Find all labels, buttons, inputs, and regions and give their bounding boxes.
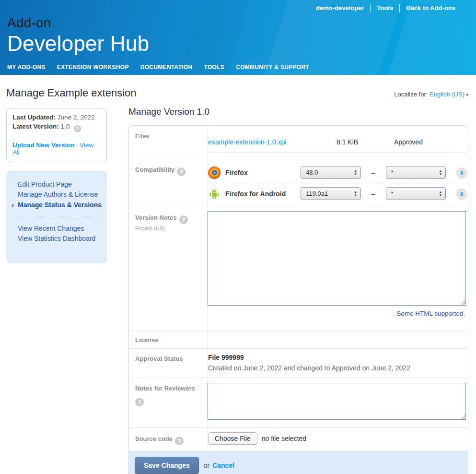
file-size: 8.1 KiB bbox=[337, 138, 394, 146]
primary-nav: MY ADD-ONS EXTENSION WORKSHOP DOCUMENTAT… bbox=[7, 64, 309, 71]
min-version-select[interactable]: 119.0a1 ▲▼ bbox=[301, 187, 361, 200]
nav-tools[interactable]: TOOLS bbox=[204, 64, 225, 71]
logo-addon-text: Add-on bbox=[7, 15, 149, 31]
help-icon[interactable]: ? bbox=[74, 125, 81, 132]
or-text: or bbox=[204, 462, 209, 469]
version-notes-textarea[interactable] bbox=[208, 211, 466, 306]
sidebar-item-manage-status-versions[interactable]: ›Manage Status & Versions bbox=[18, 200, 102, 211]
range-dash: – bbox=[372, 190, 375, 198]
save-changes-button[interactable]: Save Changes bbox=[135, 457, 199, 474]
addon-meta-box: Last Updated: June 2, 2022 Latest Versio… bbox=[6, 108, 107, 162]
stepper-arrows-icon: ▲▼ bbox=[354, 190, 357, 197]
file-download-link[interactable]: example-extension-1.0.xpi bbox=[208, 138, 337, 146]
sidebar-item-manage-authors[interactable]: Manage Authors & License bbox=[18, 190, 102, 200]
remove-app-button[interactable]: x bbox=[456, 167, 467, 178]
sidebar-item-view-recent-changes[interactable]: View Recent Changes bbox=[18, 224, 102, 234]
html-supported-link[interactable]: Some HTML supported. bbox=[396, 310, 465, 317]
app-name: Firefox for Android bbox=[225, 190, 301, 198]
max-version-select[interactable]: * ▲▼ bbox=[386, 166, 446, 179]
firefox-icon bbox=[208, 166, 221, 179]
last-updated: Last Updated: June 2, 2022 bbox=[12, 113, 101, 122]
approval-file-id: File 999999 bbox=[208, 354, 467, 361]
source-code-label: Source code bbox=[135, 435, 173, 442]
reviewer-notes-textarea[interactable] bbox=[208, 383, 466, 420]
compatibility-label: Compatibility bbox=[135, 166, 174, 173]
files-row: Files example-extension-1.0.xpi 8.1 KiB … bbox=[129, 126, 468, 159]
version-notes-label: Version Notes bbox=[135, 214, 177, 221]
compatibility-app-firefox: Firefox 48.0 ▲▼ – * ▲▼ x bbox=[208, 162, 467, 183]
sidebar: Last Updated: June 2, 2022 Latest Versio… bbox=[6, 106, 107, 263]
logo-developer-hub-text: Developer Hub bbox=[7, 32, 149, 56]
choose-file-button[interactable]: Choose File bbox=[208, 432, 257, 445]
range-dash: – bbox=[372, 169, 375, 177]
version-notes-locale: English (US) bbox=[135, 225, 203, 231]
approval-history: Created on June 2, 2022 and changed to A… bbox=[208, 364, 467, 372]
android-icon bbox=[208, 188, 221, 200]
file-entry: example-extension-1.0.xpi 8.1 KiB Approv… bbox=[208, 126, 467, 153]
reviewer-notes-row: Notes for Reviewers ? bbox=[129, 378, 468, 428]
upload-new-version-link[interactable]: Upload New Version bbox=[12, 142, 75, 149]
chevron-down-icon: ▾ bbox=[466, 92, 468, 97]
active-arrow-icon: › bbox=[12, 200, 14, 211]
reviewer-notes-label: Notes for Reviewers bbox=[135, 385, 195, 392]
nav-documentation[interactable]: DOCUMENTATION bbox=[140, 64, 193, 71]
help-icon[interactable]: ? bbox=[175, 437, 184, 445]
form-footer: Save Changes or Cancel bbox=[129, 451, 468, 474]
app-name: Firefox bbox=[225, 169, 301, 177]
compatibility-row: Compatibility? Firefox 48.0 ▲▼ bbox=[129, 159, 468, 207]
sidebar-item-view-statistics[interactable]: View Statistics Dashboard bbox=[18, 234, 102, 244]
files-label: Files bbox=[135, 132, 150, 140]
remove-app-button[interactable]: x bbox=[456, 189, 467, 199]
addon-section-nav: Edit Product Page Manage Authors & Licen… bbox=[6, 171, 107, 263]
page-content: Manage Example extension Localize for: E… bbox=[0, 87, 476, 474]
dot-separator: · bbox=[76, 142, 79, 149]
help-icon[interactable]: ? bbox=[179, 215, 188, 224]
localize-label: Localize for: bbox=[394, 91, 428, 98]
developer-hub-logo[interactable]: Add-on Developer Hub bbox=[7, 15, 149, 56]
help-icon[interactable]: ? bbox=[135, 398, 144, 406]
version-form: Files example-extension-1.0.xpi 8.1 KiB … bbox=[128, 125, 468, 474]
sidebar-item-edit-product-page[interactable]: Edit Product Page bbox=[18, 179, 102, 190]
stepper-arrows-icon: ▲▼ bbox=[439, 169, 442, 176]
max-version-select[interactable]: * ▲▼ bbox=[386, 187, 446, 200]
file-status: Approved bbox=[394, 138, 461, 146]
file-chosen-status: no file selected bbox=[262, 435, 306, 442]
source-code-row: Source code? Choose File no file selecte… bbox=[129, 428, 468, 451]
user-menu-link[interactable]: demo-developer bbox=[310, 3, 370, 12]
license-label: License bbox=[135, 336, 158, 344]
help-icon[interactable]: ? bbox=[177, 167, 186, 176]
nav-my-addons[interactable]: MY ADD-ONS bbox=[7, 64, 46, 71]
nav-community-support[interactable]: COMMUNITY & SUPPORT bbox=[236, 64, 309, 71]
tools-link[interactable]: Tools bbox=[371, 3, 399, 12]
site-header: demo-developer Tools Back to Add-ons Add… bbox=[0, 0, 476, 75]
nav-extension-workshop[interactable]: EXTENSION WORKSHOP bbox=[57, 64, 129, 71]
cancel-link[interactable]: Cancel bbox=[212, 462, 234, 469]
latest-version: Latest Version: 1.0 ? bbox=[12, 122, 101, 132]
min-version-select[interactable]: 48.0 ▲▼ bbox=[301, 166, 361, 179]
stepper-arrows-icon: ▲▼ bbox=[439, 190, 442, 197]
divider bbox=[18, 217, 97, 217]
divider bbox=[12, 137, 101, 137]
main-column: Manage Version 1.0 Files example-extensi… bbox=[128, 106, 468, 474]
localize-control: Localize for: English (US)▾ bbox=[394, 91, 468, 98]
page-title: Manage Example extension bbox=[6, 87, 137, 99]
version-notes-row: Version Notes? English (US) Some HTML su… bbox=[129, 207, 468, 331]
approval-status-row: Approval Status File 999999 Created on J… bbox=[129, 349, 468, 378]
back-to-addons-link[interactable]: Back to Add-ons bbox=[400, 3, 462, 12]
localize-language-link[interactable]: English (US)▾ bbox=[430, 91, 468, 98]
stepper-arrows-icon: ▲▼ bbox=[354, 169, 357, 176]
header-user-links: demo-developer Tools Back to Add-ons bbox=[310, 3, 462, 12]
license-row: License bbox=[129, 331, 468, 349]
manage-version-heading: Manage Version 1.0 bbox=[128, 107, 468, 117]
approval-status-label: Approval Status bbox=[135, 355, 183, 362]
compatibility-app-firefox-android: Firefox for Android 119.0a1 ▲▼ – * ▲▼ bbox=[208, 183, 467, 204]
